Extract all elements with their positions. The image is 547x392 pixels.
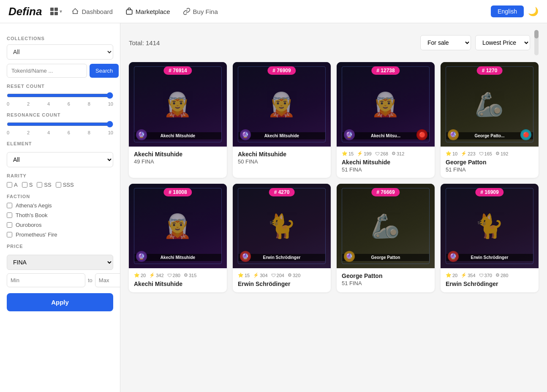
- buy-fina-label: Buy Fina: [193, 8, 218, 15]
- stat-icon: 🛡: [375, 151, 380, 156]
- stat-value: 320: [293, 273, 300, 278]
- stat-icon: ⚡: [253, 272, 259, 278]
- stat-icon: ⭐: [446, 151, 452, 156]
- price-min-input[interactable]: [7, 273, 85, 287]
- card-art: 🧝 Akechi Mitsu... 🔮 🔴: [337, 62, 435, 147]
- card-item[interactable]: 🧝 Akechi Mitsu... 🔮 🔴 # 12738 ⭐ 15 ⚡ 199…: [337, 62, 435, 178]
- card-item[interactable]: 🦾 George Patto... 🔮 🔴 # 1270 ⭐ 10 ⚡ 223 …: [441, 62, 539, 178]
- search-input[interactable]: [7, 64, 87, 78]
- stat-value: 204: [277, 273, 284, 278]
- logo: Defina: [8, 5, 42, 18]
- faction-ouroboros[interactable]: Ouroboros: [7, 222, 113, 228]
- card-name: George Patton: [446, 159, 533, 166]
- stat-value: 20: [452, 273, 457, 278]
- rarity-a-checkbox[interactable]: [7, 182, 12, 188]
- stat-icon: ⚡: [357, 151, 363, 156]
- card-tag: # 12738: [371, 66, 400, 75]
- card-tag: # 76669: [371, 188, 400, 196]
- stat-value: 10: [452, 151, 457, 156]
- card-art-name-overlay: Erwin Schrödinger: [238, 254, 326, 261]
- card-art: 🐈 Erwin Schrödinger 🔮: [441, 184, 539, 268]
- stat-icon: ⭐: [134, 272, 140, 278]
- card-image-wrap: 🧝 Akechi Mitsuhide 🔮 # 76914: [129, 62, 227, 147]
- card-item[interactable]: 🧝 Akechi Mitsuhide 🔮 # 76914 Akechi Mits…: [129, 62, 227, 178]
- status-filter-select[interactable]: For sale All Sold: [420, 35, 471, 50]
- grid-view-toggle[interactable]: ▾: [50, 8, 62, 15]
- stat-value: 312: [397, 151, 404, 156]
- faction-athena-checkbox[interactable]: [7, 203, 12, 208]
- faction-athena[interactable]: Athena's Aegis: [7, 202, 113, 209]
- faction-prometheus[interactable]: Prometheus' Fire: [7, 231, 113, 238]
- buy-fina-link[interactable]: Buy Fina: [178, 5, 223, 18]
- card-name: Akechi Mitsuhide: [238, 151, 326, 158]
- grid-icon[interactable]: [50, 8, 58, 15]
- main-content: Total: 1414 For sale All Sold Lowest Pri…: [120, 23, 547, 392]
- rarity-ss-checkbox[interactable]: [37, 182, 42, 188]
- rarity-ss-item[interactable]: SS: [37, 182, 51, 188]
- card-price: 50 FINA: [238, 158, 326, 165]
- card-character: 🦾: [475, 91, 504, 118]
- apply-button[interactable]: Apply: [7, 293, 113, 311]
- faction-thoth[interactable]: Thoth's Book: [7, 212, 113, 218]
- card-image-wrap: 🐈 Erwin Schrödinger 🔮 # 4270: [233, 184, 331, 268]
- stat-item: 🛡 370: [479, 272, 492, 278]
- rarity-a-item[interactable]: A: [7, 182, 18, 188]
- badge-left: 🔮: [136, 129, 147, 140]
- rarity-sss-checkbox[interactable]: [56, 182, 61, 188]
- nav-right: English 🌙: [491, 5, 539, 17]
- reset-count-section: RESET COUNT 0 2 4 6 8 10: [7, 84, 113, 106]
- language-button[interactable]: English: [491, 5, 524, 17]
- price-currency-select[interactable]: FINA ETH BNB: [7, 255, 113, 270]
- card-tag: # 16909: [475, 188, 503, 196]
- faction-ouroboros-checkbox[interactable]: [7, 222, 12, 228]
- stat-icon: ⚙: [495, 151, 500, 156]
- stat-item: ⚙ 320: [288, 272, 300, 278]
- faction-prometheus-checkbox[interactable]: [7, 232, 12, 237]
- card-item[interactable]: 🐈 Erwin Schrödinger 🔮 # 16909 ⭐ 20 ⚡ 354…: [441, 184, 539, 292]
- theme-toggle-button[interactable]: 🌙: [528, 6, 539, 16]
- card-price: 51 FINA: [342, 280, 430, 286]
- resonance-count-slider[interactable]: [7, 121, 113, 128]
- stat-icon: 🛡: [167, 273, 172, 278]
- scrollbar-thumb: [534, 30, 539, 38]
- faction-thoth-checkbox[interactable]: [7, 212, 12, 218]
- reset-count-slider[interactable]: [7, 92, 113, 99]
- sort-select[interactable]: Lowest Price Highest Price Newest Oldest: [475, 35, 530, 50]
- dashboard-link[interactable]: Dashboard: [66, 5, 117, 18]
- sidebar: COLLECTIONS All Search RESET COUNT 0 2 4…: [0, 23, 120, 392]
- search-button[interactable]: Search: [90, 64, 119, 78]
- stat-value: 192: [501, 151, 508, 156]
- reset-count-label: RESET COUNT: [7, 84, 113, 89]
- card-art-inner: 🧝 Akechi Mitsu... 🔮 🔴: [342, 66, 430, 142]
- badge-left: 🔮: [240, 251, 251, 262]
- card-image-wrap: 🐈 Erwin Schrödinger 🔮 # 16909: [441, 184, 539, 268]
- marketplace-link[interactable]: Marketplace: [120, 5, 175, 18]
- element-select[interactable]: All Fire Water Earth Wind Light Dark: [7, 152, 113, 167]
- rarity-s-item[interactable]: S: [22, 182, 33, 188]
- card-item[interactable]: 🐈 Erwin Schrödinger 🔮 # 4270 ⭐ 15 ⚡ 304 …: [233, 184, 331, 292]
- stat-icon: ⚙: [288, 272, 292, 278]
- card-character: 🐈: [267, 212, 296, 240]
- chevron-down-icon[interactable]: ▾: [60, 8, 62, 14]
- card-image-wrap: 🧝 Akechi Mitsuhide 🔮 # 76909: [233, 62, 331, 147]
- element-label: ELEMENT: [7, 141, 113, 146]
- card-item[interactable]: 🦾 George Patton 🔮 # 76669 George Patton …: [337, 184, 435, 292]
- card-image-wrap: 🧝 Akechi Mitsuhide 🔮 # 18008: [129, 184, 227, 268]
- card-tag: # 1270: [477, 66, 503, 75]
- stat-item: ⚡ 199: [357, 151, 371, 156]
- card-art-inner: 🐈 Erwin Schrödinger 🔮: [238, 188, 326, 264]
- element-section: ELEMENT All Fire Water Earth Wind Light …: [7, 141, 113, 167]
- rarity-sss-item[interactable]: SSS: [56, 182, 74, 188]
- card-art-name-overlay: Akechi Mitsuhide: [238, 132, 326, 139]
- collections-select[interactable]: All: [7, 44, 113, 60]
- card-item[interactable]: 🧝 Akechi Mitsuhide 🔮 # 76909 Akechi Mits…: [233, 62, 331, 178]
- stat-item: ⚡ 354: [461, 272, 475, 278]
- price-max-input[interactable]: [95, 273, 120, 287]
- main-layout: COLLECTIONS All Search RESET COUNT 0 2 4…: [0, 23, 547, 392]
- stat-icon: 🛡: [479, 151, 484, 156]
- stat-item: 🛡 280: [167, 272, 180, 278]
- rarity-s-checkbox[interactable]: [22, 182, 27, 188]
- badge-left: 🔮: [448, 129, 459, 140]
- card-item[interactable]: 🧝 Akechi Mitsuhide 🔮 # 18008 ⭐ 20 ⚡ 342 …: [129, 184, 227, 292]
- scrollbar-indicator[interactable]: [534, 30, 539, 55]
